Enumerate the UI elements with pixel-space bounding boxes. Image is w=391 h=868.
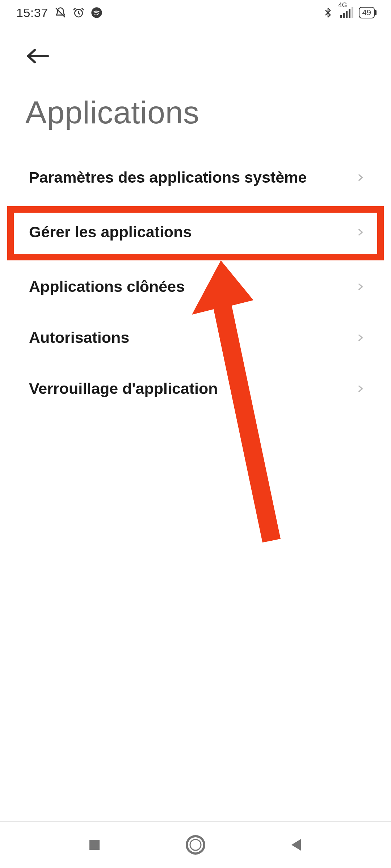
arrow-left-icon (25, 47, 51, 65)
triangle-left-icon (289, 838, 304, 852)
chevron-right-icon (356, 333, 365, 342)
page-title: Applications (25, 94, 199, 131)
chevron-right-icon (356, 227, 365, 237)
bell-off-icon (55, 7, 66, 18)
nav-home-button[interactable] (185, 834, 206, 855)
circle-icon (185, 834, 206, 855)
nav-recent-apps-button[interactable] (87, 838, 102, 852)
network-label: 4G (339, 1, 347, 9)
chevron-right-icon (356, 173, 365, 182)
alarm-icon (73, 7, 84, 18)
battery-icon: 49 (359, 7, 375, 18)
svg-point-11 (187, 836, 204, 854)
system-nav-bar (0, 821, 391, 868)
nav-back-button[interactable] (289, 838, 304, 852)
back-button[interactable] (25, 47, 51, 65)
square-icon (87, 838, 102, 852)
svg-rect-10 (89, 840, 100, 850)
settings-list: Paramètres des applications système Gére… (0, 152, 391, 414)
bluetooth-icon (323, 7, 333, 18)
battery-level: 49 (362, 8, 371, 17)
list-item-manage-apps[interactable]: Gérer les applications (0, 203, 391, 261)
list-item-label: Verrouillage d'application (29, 380, 218, 397)
list-item-cloned-apps[interactable]: Applications clônées (0, 261, 391, 312)
svg-rect-3 (340, 15, 342, 18)
chevron-right-icon (356, 282, 365, 292)
list-item-permissions[interactable]: Autorisations (0, 312, 391, 363)
status-right: 4G 49 (323, 7, 375, 18)
status-bar: 15:37 4G 49 (0, 0, 391, 25)
svg-rect-5 (346, 11, 348, 18)
list-item-label: Gérer les applications (29, 223, 192, 241)
svg-rect-7 (352, 7, 353, 18)
signal-icon: 4G (340, 7, 354, 18)
svg-point-12 (190, 839, 201, 850)
status-time: 15:37 (16, 6, 48, 20)
list-item-label: Autorisations (29, 329, 129, 346)
svg-marker-13 (291, 839, 301, 851)
spotify-icon (91, 7, 102, 18)
svg-rect-4 (343, 13, 345, 18)
list-item-system-app-settings[interactable]: Paramètres des applications système (0, 152, 391, 203)
svg-rect-6 (349, 9, 350, 18)
list-item-label: Applications clônées (29, 278, 185, 295)
list-item-app-lock[interactable]: Verrouillage d'application (0, 363, 391, 414)
status-left: 15:37 (16, 6, 102, 20)
list-item-label: Paramètres des applications système (29, 169, 307, 186)
chevron-right-icon (356, 384, 365, 393)
